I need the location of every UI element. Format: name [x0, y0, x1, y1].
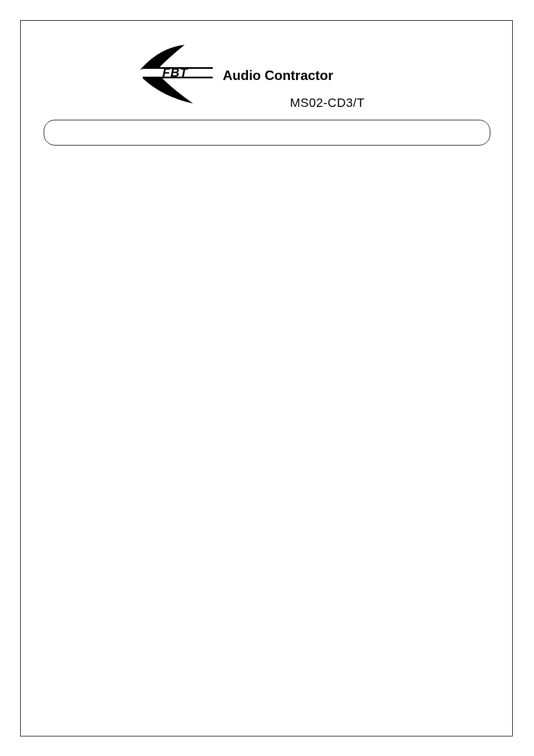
section-band: [44, 120, 490, 145]
brand-name: Audio Contractor: [223, 68, 333, 83]
logo-wordmark: FBT: [162, 65, 188, 79]
document-header: FBT Audio Contractor MS02-CD3/T: [140, 42, 381, 115]
model-number: MS02-CD3/T: [290, 96, 364, 110]
fbt-logo-icon: FBT: [140, 42, 218, 109]
